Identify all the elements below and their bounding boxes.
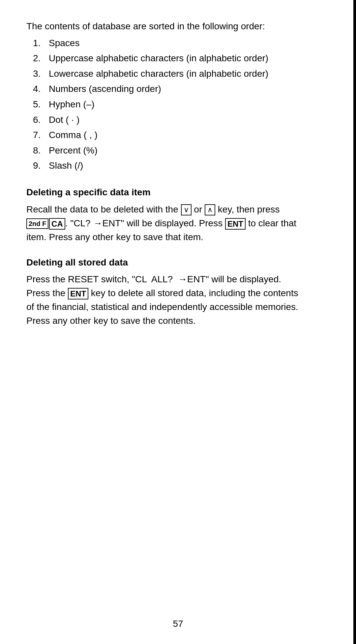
list-content: Lowercase alphabetic characters (in alph… <box>49 67 303 81</box>
section-body-delete-specific: Recall the data to be deleted with the ∨… <box>26 203 303 244</box>
key-down-icon: ∨ <box>181 204 192 215</box>
sort-order-list: 1. Spaces 2. Uppercase alphabetic charac… <box>33 37 303 173</box>
list-content: Hyphen (–) <box>49 98 303 111</box>
list-item: 7. Comma ( , ) <box>33 128 303 142</box>
arrow-ent: → <box>93 218 102 228</box>
list-number: 8. <box>33 144 49 157</box>
list-content: Comma ( , ) <box>49 128 303 142</box>
list-item: 1. Spaces <box>33 37 303 50</box>
list-item: 8. Percent (%) <box>33 144 303 157</box>
list-item: 2. Uppercase alphabetic characters (in a… <box>33 52 303 65</box>
section-delete-all: Deleting all stored data Press the RESET… <box>26 256 303 328</box>
list-content: Percent (%) <box>49 144 303 157</box>
key-ca-button: CA <box>49 218 65 230</box>
list-item: 4. Numbers (ascending order) <box>33 82 303 96</box>
list-number: 6. <box>33 113 49 127</box>
list-content: Slash (/) <box>49 159 303 173</box>
list-number: 2. <box>33 52 49 65</box>
list-content: Dot ( · ) <box>49 113 303 127</box>
list-content: Spaces <box>49 37 303 50</box>
list-content: Uppercase alphabetic characters (in alph… <box>49 52 303 65</box>
list-number: 4. <box>33 82 49 96</box>
list-item: 5. Hyphen (–) <box>33 98 303 111</box>
list-number: 1. <box>33 37 49 50</box>
intro-text: The contents of database are sorted in t… <box>26 20 303 33</box>
list-number: 7. <box>33 128 49 142</box>
key-up-icon: ∧ <box>205 204 215 215</box>
arrow-ent-2: → <box>178 274 187 284</box>
key-2ndf-button: 2nd F <box>26 218 48 229</box>
section-heading-delete-all: Deleting all stored data <box>26 256 303 269</box>
section-body-delete-all: Press the RESET switch, "CL ALL? →ENT" w… <box>26 272 303 328</box>
key-ent-button-2: ENT <box>68 288 88 299</box>
page-content: The contents of database are sorted in t… <box>0 0 330 366</box>
section-delete-specific: Deleting a specific data item Recall the… <box>26 186 303 244</box>
list-content: Numbers (ascending order) <box>49 82 303 96</box>
page-number: 57 <box>173 617 183 631</box>
list-number: 5. <box>33 98 49 111</box>
list-item: 6. Dot ( · ) <box>33 113 303 127</box>
list-number: 3. <box>33 67 49 81</box>
list-item: 3. Lowercase alphabetic characters (in a… <box>33 67 303 81</box>
list-item: 9. Slash (/) <box>33 159 303 173</box>
list-number: 9. <box>33 159 49 173</box>
right-border-decoration <box>353 0 356 644</box>
section-heading-delete-specific: Deleting a specific data item <box>26 186 303 199</box>
key-ent-button: ENT <box>225 218 246 230</box>
